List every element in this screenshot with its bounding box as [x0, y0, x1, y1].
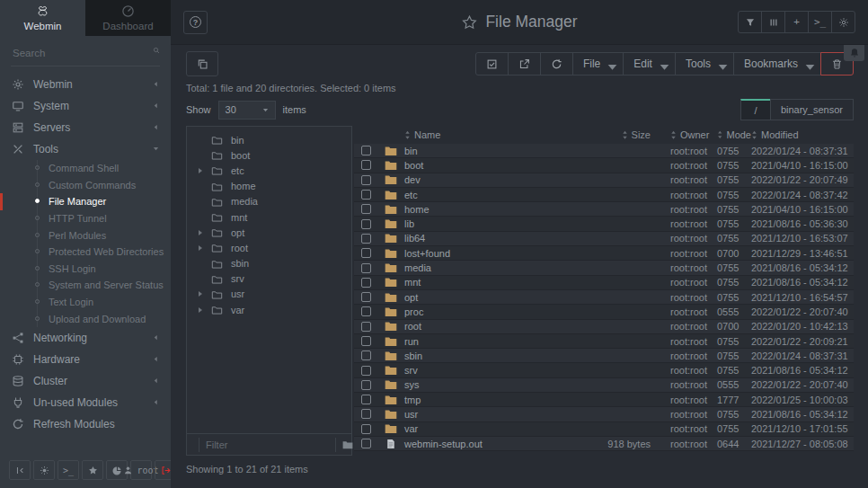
sidebar-item-system-and-server-status[interactable]: System and Server Status [0, 277, 171, 294]
tab-dashboard[interactable]: Dashboard [85, 0, 171, 36]
select-all-button[interactable] [475, 52, 509, 75]
export-button[interactable] [508, 52, 541, 75]
file-name[interactable]: srv [404, 365, 580, 376]
terminal-button[interactable]: >_ [58, 460, 79, 480]
settings-button[interactable] [831, 11, 855, 33]
search-input[interactable] [11, 47, 153, 59]
tree-item-home[interactable]: home [187, 179, 351, 194]
row-checkbox[interactable] [361, 175, 371, 185]
sidebar-item-custom-commands[interactable]: Custom Commands [0, 177, 171, 194]
column-header-owner[interactable]: Owner [658, 129, 710, 140]
file-name[interactable]: etc [404, 190, 580, 200]
copy-path-button[interactable] [186, 51, 218, 76]
tree-item-opt[interactable]: opt [187, 225, 351, 240]
sidebar-item-system[interactable]: System [0, 95, 171, 117]
row-checkbox[interactable] [361, 366, 371, 376]
file-name[interactable]: sys [404, 379, 580, 390]
path-tab-binary-sensor[interactable]: binary_sensor [770, 99, 854, 120]
expander-icon[interactable] [199, 230, 202, 235]
sidebar-item-un-used-modules[interactable]: Un-used Modules [0, 392, 171, 413]
column-header-size[interactable]: Size [580, 129, 658, 140]
tree-item-media[interactable]: media [187, 194, 351, 209]
column-header-mode[interactable]: Mode [710, 129, 751, 140]
column-header-name[interactable]: Name [404, 129, 580, 140]
file-name[interactable]: media [404, 262, 580, 273]
file-name[interactable]: run [404, 336, 580, 347]
tree-filter-input[interactable] [199, 438, 335, 452]
tree-item-root[interactable]: root [187, 240, 351, 255]
collapse-sidebar-button[interactable] [9, 460, 31, 480]
sidebar-item-networking[interactable]: Networking [0, 327, 171, 349]
tools-menu-button[interactable]: Tools [675, 52, 734, 75]
row-checkbox[interactable] [361, 234, 371, 244]
file-name[interactable]: home [404, 204, 580, 215]
file-name[interactable]: bin [404, 146, 580, 156]
row-checkbox[interactable] [361, 322, 371, 332]
row-checkbox[interactable] [361, 263, 371, 273]
page-size-select[interactable]: 30 [218, 101, 276, 120]
tree-item-bin[interactable]: bin [187, 132, 351, 147]
row-checkbox[interactable] [361, 160, 371, 170]
user-button[interactable]: root [130, 460, 152, 480]
notifications-button[interactable] [844, 45, 864, 61]
tree-folder-button[interactable] [335, 438, 353, 452]
tree-item-var[interactable]: var [187, 302, 351, 317]
column-header-modified[interactable]: Modified [751, 129, 854, 140]
tab-webmin[interactable]: Webmin [0, 0, 85, 36]
expander-icon[interactable] [199, 307, 202, 313]
bookmarks-menu-button[interactable]: Bookmarks [733, 52, 821, 75]
tree-item-mnt[interactable]: mnt [187, 209, 351, 225]
sidebar-item-ssh-login[interactable]: SSH Login [0, 261, 171, 278]
row-checkbox[interactable] [361, 350, 371, 360]
row-checkbox[interactable] [361, 424, 371, 434]
row-checkbox[interactable] [361, 336, 371, 346]
expander-icon[interactable] [199, 245, 202, 251]
sidebar-item-upload-and-download[interactable]: Upload and Download [0, 310, 171, 327]
file-name[interactable]: var [404, 423, 580, 434]
file-name[interactable]: tmp [404, 395, 580, 405]
shell-button[interactable]: >_ [808, 11, 832, 33]
refresh-button[interactable] [540, 52, 573, 75]
sidebar-item-file-manager[interactable]: File Manager [0, 193, 171, 210]
row-checkbox[interactable] [361, 248, 371, 258]
tree-item-usr[interactable]: usr [187, 287, 351, 302]
filter-button[interactable] [738, 11, 762, 33]
row-checkbox[interactable] [361, 204, 371, 214]
edit-menu-button[interactable]: Edit [623, 52, 676, 75]
expander-icon[interactable] [199, 168, 202, 173]
file-name[interactable]: proc [404, 306, 580, 317]
path-tab-[interactable]: / [740, 99, 771, 120]
file-name[interactable]: webmin-setup.out [404, 439, 580, 449]
file-name[interactable]: root [404, 321, 580, 332]
file-name[interactable]: boot [404, 160, 580, 171]
file-menu-button[interactable]: File [572, 52, 624, 75]
row-checkbox[interactable] [361, 409, 371, 419]
sidebar-item-webmin[interactable]: Webmin [0, 74, 171, 95]
sidebar-item-servers[interactable]: Servers [0, 117, 171, 138]
file-name[interactable]: sbin [404, 350, 580, 361]
row-checkbox[interactable] [361, 439, 371, 448]
sidebar-item-refresh-modules[interactable]: Refresh Modules [0, 413, 171, 435]
sidebar-item-protected-web-directories[interactable]: Protected Web Directories [0, 244, 171, 261]
file-name[interactable]: lib [404, 218, 580, 229]
expander-icon[interactable] [199, 291, 202, 297]
favorites-button[interactable] [82, 460, 103, 480]
row-checkbox[interactable] [361, 292, 371, 302]
row-checkbox[interactable] [361, 380, 371, 390]
file-name[interactable]: dev [404, 174, 580, 185]
file-name[interactable]: usr [404, 409, 580, 420]
sidebar-item-command-shell[interactable]: Command Shell [0, 160, 171, 177]
file-name[interactable]: lost+found [404, 248, 580, 259]
row-checkbox[interactable] [361, 219, 371, 229]
sidebar-item-perl-modules[interactable]: Perl Modules [0, 226, 171, 244]
star-outline-icon[interactable] [461, 14, 477, 31]
sidebar-item-tools[interactable]: Tools [0, 138, 171, 160]
tree-item-etc[interactable]: etc [187, 163, 351, 178]
sidebar-item-cluster[interactable]: Cluster [0, 370, 171, 392]
add-button[interactable]: + [784, 11, 809, 33]
row-checkbox[interactable] [361, 190, 371, 200]
help-button[interactable]: ? [183, 11, 208, 34]
sidebar-item-text-login[interactable]: Text Login [0, 294, 171, 311]
tree-item-sbin[interactable]: sbin [187, 256, 351, 271]
file-name[interactable]: opt [404, 292, 580, 303]
